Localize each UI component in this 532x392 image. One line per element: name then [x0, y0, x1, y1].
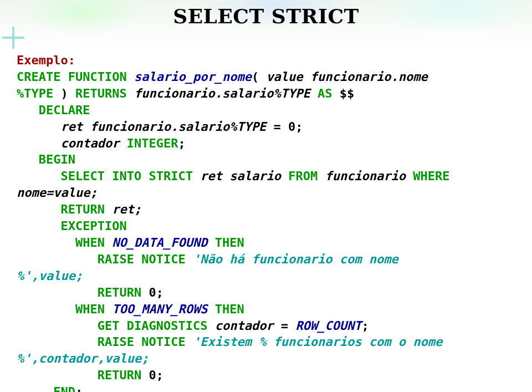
kw-declare: DECLARE — [39, 103, 90, 117]
where-clause: nome=value; — [17, 186, 98, 200]
code-block: Exemplo: CREATE FUNCTION salario_por_nom… — [17, 52, 515, 392]
semi-1: ; — [178, 136, 185, 150]
kw-as: AS — [318, 86, 332, 100]
return-zero-2: 0; — [149, 368, 163, 382]
fn-name: salario_por_nome — [134, 70, 252, 84]
param-name: value — [266, 70, 303, 84]
kw-return-2: RETURN — [98, 286, 141, 299]
example-label: Exemplo: — [17, 53, 75, 67]
kw-exception: EXCEPTION — [60, 219, 126, 233]
kw-returns: RETURNS — [75, 86, 127, 100]
kw-notice-1: NOTICE — [141, 252, 185, 266]
kw-where: WHERE — [413, 169, 449, 183]
kw-then-1: THEN — [215, 236, 244, 250]
into-target: ret — [200, 169, 222, 183]
kw-when-2: WHEN — [75, 302, 105, 316]
dollars: $$ — [340, 86, 355, 100]
param-type: funcionario.nome — [310, 70, 428, 84]
page-title: SELECT STRICT — [0, 4, 532, 28]
tbl-funcionario: funcionario — [325, 169, 406, 183]
kw-diagnostics: DIAGNOSTICS — [127, 319, 208, 333]
eq-sign: = — [274, 319, 296, 333]
exc-no-data: NO_DATA_FOUND — [112, 236, 207, 250]
kw-return-1: RETURN — [60, 202, 104, 216]
kw-function: FUNCTION — [68, 70, 127, 84]
lparen: ( — [252, 70, 259, 84]
semi-2: ; — [362, 319, 369, 333]
exc-too-many: TOO_MANY_ROWS — [112, 302, 207, 316]
col-salario: salario — [229, 169, 281, 183]
row-count: ROW_COUNT — [295, 319, 361, 333]
var-ret-type: funcionario.salario%TYPE — [90, 120, 266, 134]
return-zero-1: 0; — [149, 286, 163, 299]
kw-select: SELECT — [60, 169, 104, 183]
kw-type: %TYPE — [17, 86, 53, 100]
kw-strict: STRICT — [149, 169, 192, 183]
kw-return-3: RETURN — [98, 368, 141, 382]
kw-notice-2: NOTICE — [141, 335, 185, 349]
string-2-end: %',contador,value; — [17, 352, 149, 365]
return-type: funcionario.salario%TYPE — [134, 86, 310, 100]
kw-raise-2: RAISE — [98, 335, 134, 349]
decorative-cross-icon — [2, 27, 24, 49]
kw-raise-1: RAISE — [98, 252, 134, 266]
return-ret: ret; — [112, 202, 141, 216]
kw-begin: BEGIN — [39, 152, 75, 166]
kw-from: FROM — [288, 169, 318, 183]
var-contador: contador — [60, 136, 119, 150]
rparen: ) — [60, 86, 68, 100]
kw-end: END — [53, 385, 75, 392]
string-2: 'Existem % funcionarios com o nome — [193, 335, 450, 349]
kw-then-2: THEN — [215, 302, 244, 316]
diag-contador: contador — [215, 319, 274, 333]
kw-get: GET — [98, 319, 120, 333]
end-semi: ; — [75, 385, 83, 392]
kw-integer: INTEGER — [127, 136, 178, 150]
var-ret: ret — [60, 120, 83, 134]
kw-create: CREATE — [17, 70, 60, 84]
kw-into: INTO — [112, 169, 141, 183]
string-1: 'Não há funcionario com nome — [193, 252, 406, 266]
kw-when-1: WHEN — [75, 236, 105, 250]
eq-zero: = 0; — [266, 120, 303, 134]
string-1-end: %',value; — [17, 269, 83, 283]
